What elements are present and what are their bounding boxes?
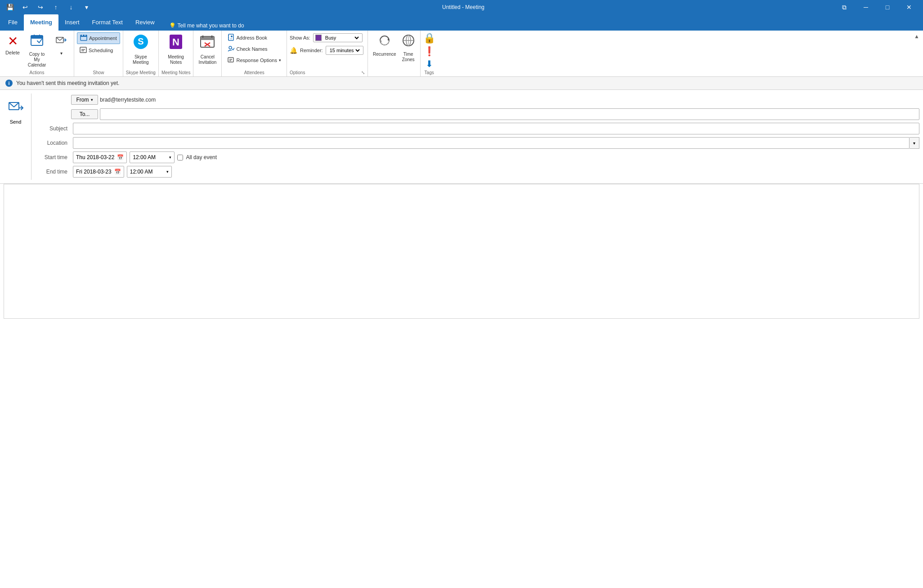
ribbon-group-skype: S SkypeMeeting Skype Meeting (123, 31, 159, 76)
location-dropdown-button[interactable]: ▾ (910, 137, 919, 149)
ribbon-group-recurrence: Recurrence TimeZones (368, 31, 421, 76)
delete-button[interactable]: ✕ Delete (3, 32, 22, 57)
subject-label: Subject (35, 125, 71, 132)
scheduling-button[interactable]: Scheduling (77, 45, 120, 56)
svg-text:S: S (138, 36, 143, 46)
calendar-icon (30, 34, 44, 51)
more-qat-button[interactable]: ▾ (80, 1, 93, 13)
cancel-invitation-icon (199, 34, 215, 53)
skype-meeting-button[interactable]: S SkypeMeeting (130, 32, 151, 67)
time-zones-icon (402, 34, 415, 51)
end-time-label: End time (35, 169, 71, 175)
ribbon: ✕ Delete Copy to MyCalendar (0, 31, 923, 77)
ribbon-group-attendees: Address Book Check Names (222, 31, 287, 76)
appointment-icon (80, 34, 87, 42)
response-options-icon (227, 56, 234, 64)
reminder-dropdown[interactable]: 15 minutes 5 minutes 30 minutes 1 hour N… (326, 46, 363, 55)
end-time-row: End time Fri 2018-03-23 📅 12:00 AM ▾ (35, 165, 919, 178)
meeting-notes-button[interactable]: N MeetingNotes (166, 32, 186, 67)
response-options-dropdown-icon: ▾ (279, 58, 281, 62)
all-day-label[interactable]: All day event (186, 154, 217, 160)
save-qat-button[interactable]: 💾 (4, 1, 16, 13)
start-time-dropdown-icon: ▾ (169, 155, 171, 160)
start-time-picker[interactable]: 12:00 AM ▾ (130, 151, 175, 163)
svg-rect-1 (31, 36, 43, 39)
tell-me-bar[interactable]: 💡 Tell me what you want to do (165, 21, 249, 31)
show-as-color-swatch (315, 35, 322, 41)
undo-qat-button[interactable]: ↩ (19, 1, 31, 13)
svg-text:N: N (172, 36, 179, 48)
ribbon-collapse-button[interactable]: ▲ (912, 32, 921, 40)
close-button[interactable]: ✕ (899, 0, 919, 14)
tab-review[interactable]: Review (129, 14, 161, 31)
start-date-picker[interactable]: Thu 2018-03-22 📅 (73, 151, 127, 163)
lock-tag-button[interactable]: 🔒 (423, 32, 435, 44)
all-day-checkbox[interactable] (177, 155, 183, 160)
svg-rect-11 (80, 47, 86, 53)
bell-icon: 🔔 (290, 47, 297, 54)
send-button[interactable]: Send (4, 97, 27, 126)
upload-qat-button[interactable]: ↑ (49, 1, 62, 13)
from-button[interactable]: From ▾ (71, 95, 98, 105)
lightbulb-icon: 💡 (169, 22, 176, 29)
ribbon-tabs: File Meeting Insert Format Text Review 💡… (0, 14, 923, 31)
svg-rect-8 (81, 35, 87, 37)
meeting-notes-group-label: Meeting Notes (161, 69, 190, 76)
end-date-picker[interactable]: Fri 2018-03-23 📅 (73, 166, 124, 178)
reminder-select[interactable]: 15 minutes 5 minutes 30 minutes 1 hour N… (328, 47, 361, 53)
notification-bar: i You haven't sent this meeting invitati… (0, 77, 923, 90)
minimize-button[interactable]: ─ (856, 0, 876, 14)
to-input[interactable] (100, 108, 919, 120)
svg-point-28 (231, 36, 233, 37)
from-row: From ▾ brad@terrytestsite.com (35, 94, 919, 106)
time-zones-button[interactable]: TimeZones (399, 32, 417, 64)
recurrence-button[interactable]: Recurrence (371, 32, 399, 58)
address-book-button[interactable]: Address Book (224, 32, 284, 43)
low-importance-button[interactable]: ⬇ (426, 58, 433, 69)
options-expand-icon[interactable]: ⤡ (361, 70, 365, 76)
tab-format-text[interactable]: Format Text (86, 14, 129, 31)
redo-qat-button[interactable]: ↪ (34, 1, 47, 13)
svg-line-6 (60, 37, 63, 40)
skype-icon: S (133, 34, 149, 53)
appointment-button[interactable]: Appointment (77, 32, 120, 44)
svg-rect-30 (228, 58, 233, 62)
high-importance-button[interactable]: ❗ (424, 46, 435, 57)
forward-button[interactable]: ▾ (51, 32, 71, 58)
end-time-picker[interactable]: 12:00 AM ▾ (127, 166, 172, 178)
address-book-icon (227, 34, 234, 42)
show-as-dropdown[interactable]: Busy Free Tentative Out of Office (313, 33, 363, 42)
start-time-label: Start time (35, 154, 71, 160)
end-time-value: 12:00 AM (130, 169, 153, 175)
message-body[interactable] (4, 184, 919, 319)
restore-button[interactable]: ⧉ (834, 0, 855, 14)
response-options-button[interactable]: Response Options ▾ (224, 55, 284, 66)
tab-meeting[interactable]: Meeting (24, 14, 58, 31)
tab-file[interactable]: File (2, 14, 24, 31)
ribbon-group-options: Show As: Busy Free Tentative Out of Offi… (287, 31, 368, 76)
window-controls: ⧉ ─ □ ✕ (834, 0, 919, 14)
subject-input[interactable] (73, 123, 919, 134)
actions-group-label: Actions (3, 69, 71, 76)
cancel-invitation-button[interactable]: CancelInvitation (196, 32, 219, 67)
end-calendar-icon: 📅 (114, 169, 121, 175)
show-group-label: Show (77, 69, 120, 76)
subject-row: Subject (35, 122, 919, 135)
scheduling-icon (80, 46, 87, 54)
send-label: Send (10, 119, 22, 125)
check-names-icon (227, 45, 234, 53)
onenote-icon: N (168, 34, 184, 53)
maximize-button[interactable]: □ (877, 0, 898, 14)
quick-access-toolbar: 💾 ↩ ↪ ↑ ↓ ▾ (4, 1, 93, 13)
location-input[interactable] (73, 137, 910, 149)
attendees-group-label: Attendees (224, 69, 284, 76)
to-row: To... (35, 108, 919, 120)
ribbon-group-actions: ✕ Delete Copy to MyCalendar (0, 31, 74, 76)
to-button[interactable]: To... (71, 109, 98, 119)
tab-insert[interactable]: Insert (58, 14, 86, 31)
show-as-select[interactable]: Busy Free Tentative Out of Office (323, 35, 360, 41)
download-qat-button[interactable]: ↓ (65, 1, 77, 13)
delete-icon: ✕ (8, 34, 18, 49)
copy-to-calendar-button[interactable]: Copy to MyCalendar (23, 32, 50, 69)
check-names-button[interactable]: Check Names (224, 44, 284, 54)
